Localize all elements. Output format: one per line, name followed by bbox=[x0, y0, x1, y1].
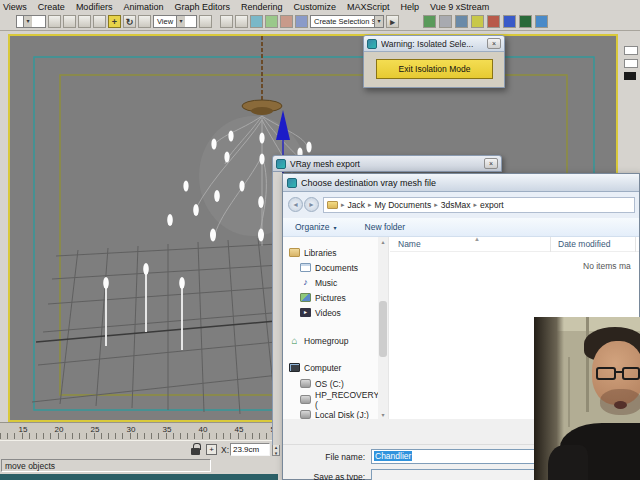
breadcrumb-export[interactable]: export bbox=[480, 200, 504, 210]
nav-item-hp-recovery[interactable]: HP_RECOVERY ( bbox=[283, 392, 379, 407]
select-object-icon[interactable] bbox=[48, 15, 61, 28]
exit-isolation-mode-button[interactable]: Exit Isolation Mode bbox=[376, 59, 493, 79]
scroll-up-icon[interactable]: ▴ bbox=[378, 238, 388, 245]
rendered-frame-icon[interactable] bbox=[503, 15, 516, 28]
rectangular-selection-icon[interactable] bbox=[78, 15, 91, 28]
render-setup-icon[interactable] bbox=[487, 15, 500, 28]
nav-label: Local Disk (J:) bbox=[315, 410, 369, 420]
person-shoulder bbox=[548, 445, 588, 480]
command-panel-field[interactable] bbox=[624, 46, 638, 55]
nav-item-music[interactable]: ♪ Music bbox=[283, 275, 379, 290]
render-iterative-icon[interactable] bbox=[535, 15, 548, 28]
menu-create[interactable]: Create bbox=[38, 2, 65, 12]
file-dialog-toolbar: Organize ▾ New folder bbox=[283, 218, 639, 237]
isolation-warning-dialog: Warning: Isolated Sele... × Exit Isolati… bbox=[363, 35, 505, 88]
menu-vue-xstream[interactable]: Vue 9 xStream bbox=[430, 2, 489, 12]
curve-editor-icon[interactable] bbox=[439, 15, 452, 28]
sort-arrow-icon: ▲ bbox=[474, 237, 480, 242]
column-separator[interactable] bbox=[550, 237, 551, 252]
chandelier-canopy-under bbox=[251, 107, 273, 115]
spinner-down-icon[interactable]: ▾ bbox=[275, 450, 278, 456]
x-coordinate-field[interactable]: 23.9cm bbox=[230, 443, 270, 456]
menu-views[interactable]: Views bbox=[3, 2, 27, 12]
snap-toggle-icon[interactable] bbox=[220, 15, 233, 28]
scrollbar-thumb[interactable] bbox=[379, 301, 387, 357]
column-date-modified[interactable]: Date modified bbox=[558, 239, 610, 249]
timeline-ruler[interactable]: 15 20 25 30 35 40 45 50 bbox=[0, 422, 282, 440]
menu-maxscript[interactable]: MAXScript bbox=[347, 2, 390, 12]
organize-button[interactable]: Organize bbox=[295, 222, 330, 232]
lock-selection-icon[interactable] bbox=[191, 448, 200, 455]
render-production-icon[interactable] bbox=[519, 15, 532, 28]
menu-graph-editors[interactable]: Graph Editors bbox=[174, 2, 230, 12]
documents-icon bbox=[300, 263, 311, 272]
layer-manager-icon[interactable] bbox=[280, 15, 293, 28]
breadcrumb-jack[interactable]: Jack bbox=[348, 200, 365, 210]
material-editor-icon[interactable] bbox=[471, 15, 484, 28]
drive-icon bbox=[300, 379, 311, 388]
vray-window-title: VRay mesh export bbox=[290, 159, 480, 169]
select-and-move-icon[interactable]: + bbox=[108, 15, 121, 28]
column-name[interactable]: Name bbox=[398, 239, 421, 249]
nav-scrollbar[interactable]: ▴ ▾ bbox=[378, 237, 388, 419]
menu-help[interactable]: Help bbox=[401, 2, 420, 12]
nav-label: Homegroup bbox=[304, 336, 348, 346]
breadcrumb[interactable]: ▸ Jack ▸ My Documents ▸ 3dsMax ▸ export bbox=[323, 197, 635, 213]
menu-animation[interactable]: Animation bbox=[123, 2, 163, 12]
3dsmax-logo-icon bbox=[367, 39, 377, 49]
nav-item-libraries[interactable]: Libraries bbox=[283, 245, 379, 260]
file-dialog-title: Choose destination vray mesh file bbox=[301, 178, 436, 188]
named-selection-set-dropdown[interactable]: Create Selection Set ▾ bbox=[310, 15, 384, 28]
angle-snap-icon[interactable] bbox=[235, 15, 248, 28]
timeline-tick: 15 bbox=[16, 425, 30, 434]
breadcrumb-my-documents[interactable]: My Documents bbox=[375, 200, 432, 210]
close-icon[interactable]: × bbox=[487, 38, 501, 49]
menu-rendering[interactable]: Rendering bbox=[241, 2, 283, 12]
command-panel-swatch[interactable] bbox=[624, 72, 636, 80]
select-by-name-icon[interactable] bbox=[63, 15, 76, 28]
nav-label: Videos bbox=[315, 308, 341, 318]
nav-item-videos[interactable]: ▸ Videos bbox=[283, 305, 379, 320]
absolute-mode-icon[interactable]: + bbox=[206, 444, 217, 455]
align-icon[interactable] bbox=[265, 15, 278, 28]
nav-item-pictures[interactable]: Pictures bbox=[283, 290, 379, 305]
manage-scene-icon[interactable] bbox=[295, 15, 308, 28]
column-separator[interactable] bbox=[635, 237, 636, 252]
breadcrumb-separator-icon: ▸ bbox=[368, 201, 372, 209]
back-icon[interactable]: ◄ bbox=[288, 197, 303, 212]
file-name-label: File name: bbox=[295, 452, 365, 462]
window-crossing-icon[interactable] bbox=[93, 15, 106, 28]
person-glasses bbox=[622, 367, 640, 380]
scroll-down-icon[interactable]: ▾ bbox=[378, 411, 388, 418]
vray-export-window-titlebar[interactable]: VRay mesh export × bbox=[272, 155, 502, 172]
edit-named-selections-icon[interactable]: ▸ bbox=[386, 15, 399, 28]
forward-icon[interactable]: ► bbox=[304, 197, 319, 212]
reference-coordinate-dropdown[interactable]: View ▾ bbox=[153, 15, 197, 28]
new-folder-button[interactable]: New folder bbox=[365, 222, 406, 232]
nav-item-homegroup[interactable]: ⌂ Homegroup bbox=[283, 333, 379, 348]
undo-history-dropdown[interactable]: ▾ bbox=[16, 15, 46, 28]
close-icon[interactable]: × bbox=[484, 158, 498, 169]
nav-item-computer[interactable]: Computer bbox=[283, 360, 379, 375]
chevron-down-icon: ▾ bbox=[176, 16, 185, 27]
chevron-down-icon: ▾ bbox=[334, 224, 337, 231]
use-pivot-icon[interactable] bbox=[199, 15, 212, 28]
breadcrumb-3dsmax[interactable]: 3dsMax bbox=[441, 200, 471, 210]
file-dialog-titlebar[interactable]: Choose destination vray mesh file bbox=[283, 174, 639, 192]
select-and-scale-icon[interactable] bbox=[138, 15, 151, 28]
select-and-rotate-icon[interactable]: ↻ bbox=[123, 15, 136, 28]
schematic-view-icon[interactable] bbox=[455, 15, 468, 28]
chevron-down-icon: ▾ bbox=[374, 16, 383, 27]
nav-item-documents[interactable]: Documents bbox=[283, 260, 379, 275]
warning-dialog-titlebar[interactable]: Warning: Isolated Sele... × bbox=[364, 36, 504, 52]
menu-modifiers[interactable]: Modifiers bbox=[76, 2, 113, 12]
menu-customize[interactable]: Customize bbox=[293, 2, 336, 12]
nav-item-local-disk[interactable]: Local Disk (J:) bbox=[283, 407, 379, 419]
breadcrumb-separator-icon: ▸ bbox=[473, 201, 477, 209]
timeline-tick: 45 bbox=[232, 425, 246, 434]
toggle-ribbon-icon[interactable] bbox=[423, 15, 436, 28]
person-mouth bbox=[614, 401, 627, 409]
mirror-icon[interactable] bbox=[250, 15, 263, 28]
command-panel-field[interactable] bbox=[624, 59, 638, 68]
nav-label: OS (C:) bbox=[315, 379, 344, 389]
